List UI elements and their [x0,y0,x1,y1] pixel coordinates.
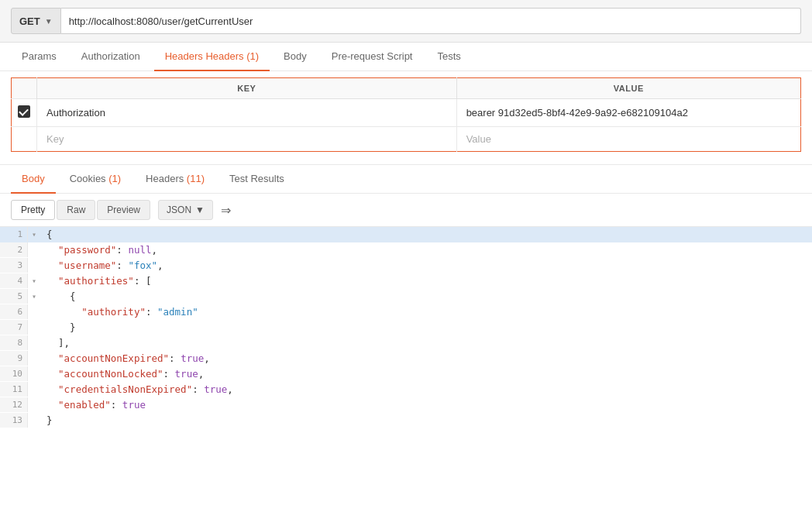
checkbox-cell[interactable] [12,99,37,127]
method-select[interactable]: GET ▼ [11,8,61,34]
line-toggle[interactable]: ▾ [28,227,40,241]
line-content: "enabled": true [40,397,812,413]
line-number: 8 [0,335,28,350]
line-content: } [40,413,812,428]
code-line: 3 "username": "fox", [0,258,812,273]
code-line: 7 } [0,320,812,335]
tab-headers[interactable]: Headers Headers (1) [154,43,270,71]
headers-section: KEY VALUE Authorization bearer 91d32ed5-… [0,71,812,158]
pretty-button[interactable]: Pretty [11,200,55,220]
line-toggle [28,413,40,414]
line-content: "password": null, [40,242,812,258]
headers-table: KEY VALUE Authorization bearer 91d32ed5-… [11,77,801,152]
response-tabs: Body Cookies (1) Headers (11) Test Resul… [0,164,812,194]
tab-tests[interactable]: Tests [426,43,471,71]
line-number: 5 [0,289,28,304]
raw-button[interactable]: Raw [57,200,95,220]
line-content: "credentialsNonExpired": true, [40,382,812,397]
line-number: 9 [0,351,28,366]
code-line: 13} [0,413,812,428]
json-label: JSON [167,205,191,215]
code-line: 10 "accountNonLocked": true, [0,366,812,382]
code-line: 1▾{ [0,227,812,242]
line-toggle [28,320,40,321]
line-number: 4 [0,273,28,288]
line-toggle[interactable]: ▾ [28,273,40,287]
tab-params[interactable]: Params [11,43,67,71]
line-content: "username": "fox", [40,258,812,273]
line-number: 13 [0,413,28,428]
line-toggle [28,304,40,306]
key-placeholder[interactable]: Key [37,127,457,152]
code-line: 2 "password": null, [0,242,812,258]
wrap-icon[interactable]: ⇒ [221,203,231,218]
line-content: } [40,320,812,335]
res-tab-test-results[interactable]: Test Results [218,165,295,194]
url-bar: GET ▼ [0,0,812,43]
res-tab-cookies[interactable]: Cookies (1) [59,165,132,194]
checkbox-icon[interactable] [18,105,30,118]
code-line: 11 "credentialsNonExpired": true, [0,382,812,397]
code-line: 12 "enabled": true [0,397,812,413]
line-content: { [40,227,812,242]
line-toggle [28,366,40,368]
line-content: "authorities": [ [40,273,812,289]
tab-pre-request[interactable]: Pre-request Script [321,43,424,71]
line-toggle[interactable]: ▾ [28,289,40,303]
value-placeholder[interactable]: Value [456,127,800,152]
method-label: GET [19,15,40,27]
json-select[interactable]: JSON ▼ [158,200,213,220]
tab-authorization[interactable]: Authorization [71,43,151,71]
value-cell[interactable]: bearer 91d32ed5-8bf4-42e9-9a92-e68210910… [456,99,800,127]
line-content: ], [40,335,812,351]
line-number: 6 [0,304,28,319]
code-line: 4▾ "authorities": [ [0,273,812,289]
line-number: 1 [0,227,28,242]
line-number: 12 [0,397,28,412]
method-chevron: ▼ [45,17,53,26]
line-content: "accountNonExpired": true, [40,351,812,366]
json-chevron: ▼ [195,205,205,215]
code-line: 9 "accountNonExpired": true, [0,351,812,366]
line-toggle [28,382,40,383]
body-toolbar: Pretty Raw Preview JSON ▼ ⇒ [0,194,812,227]
line-number: 7 [0,320,28,335]
res-tab-headers[interactable]: Headers (11) [135,165,215,194]
tab-headers-label: Headers Headers (1) [165,50,259,62]
key-cell[interactable]: Authorization [37,99,457,127]
line-number: 3 [0,258,28,273]
code-line: 8 ], [0,335,812,351]
url-input[interactable] [61,8,801,34]
line-content: "authority": "admin" [40,304,812,320]
res-tab-body[interactable]: Body [11,165,56,194]
code-area: 1▾{2 "password": null,3 "username": "fox… [0,227,812,428]
preview-button[interactable]: Preview [97,200,150,220]
line-content: { [40,289,812,304]
placeholder-row: Key Value [12,127,801,152]
line-toggle [28,397,40,399]
table-row: Authorization bearer 91d32ed5-8bf4-42e9-… [12,99,801,127]
line-toggle [28,335,40,337]
request-tabs: Params Authorization Headers Headers (1)… [0,43,812,71]
line-toggle [28,351,40,352]
code-line: 5▾ { [0,289,812,304]
line-toggle [28,258,40,260]
line-toggle [28,242,40,244]
col-key-header: KEY [37,78,457,99]
line-number: 11 [0,382,28,397]
line-number: 2 [0,242,28,257]
line-number: 10 [0,366,28,381]
col-value-header: VALUE [456,78,800,99]
line-content: "accountNonLocked": true, [40,366,812,382]
tab-body[interactable]: Body [273,43,318,71]
code-line: 6 "authority": "admin" [0,304,812,320]
